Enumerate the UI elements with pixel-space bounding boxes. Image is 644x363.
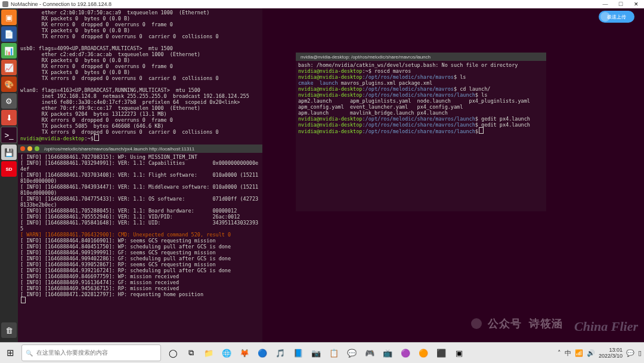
launcher-draw[interactable]: 🎨: [1, 76, 17, 92]
app-9[interactable]: 🎮: [361, 344, 378, 361]
ubuntu-launcher: ▣ 📄 📊 📈 🎨 ⚙ ⬇ >_ 💾 SD 🗑: [0, 8, 18, 343]
window-close-icon[interactable]: [20, 146, 25, 151]
prompt-symbol: :~$: [84, 136, 93, 141]
command-text: cd launch/: [457, 86, 490, 92]
launcher-trash[interactable]: 🗑: [1, 322, 17, 338]
close-button[interactable]: ✕: [628, 0, 644, 8]
app-11[interactable]: 🟣: [397, 344, 414, 361]
prompt-user: nvidia@nvidia-desktop: [298, 116, 362, 122]
system-tray: ˄ 中 📶 🔊 13:01 2022/3/10 💬 ▯: [558, 347, 642, 359]
launcher-disk[interactable]: 💾: [1, 144, 17, 160]
search-placeholder: 在这里输入你要搜索的内容: [36, 349, 108, 357]
launcher-writer[interactable]: 📄: [1, 26, 17, 42]
remote-desktop: 极速上传 ▣ 📄 📊 📈 🎨 ⚙ ⬇ >_ 💾 SD 🗑 ether c2:b0…: [0, 8, 644, 343]
windows-icon: ⊞: [7, 347, 14, 358]
launcher-software[interactable]: ⬇: [1, 110, 17, 125]
prompt-path: :~$: [362, 68, 371, 74]
tray-expand-button[interactable]: ˄: [558, 349, 561, 357]
minimize-button[interactable]: —: [597, 0, 613, 8]
app-1[interactable]: 🌐: [218, 344, 235, 361]
terminal-mavros-titlebar[interactable]: nvidia@nvidia-desktop: /opt/ros/melodic/…: [296, 53, 546, 61]
cursor-icon: [95, 135, 98, 140]
clock[interactable]: 13:01 2022/3/10: [599, 347, 623, 359]
app-4[interactable]: 🎵: [272, 344, 289, 361]
command-text: roscd mavros: [371, 68, 411, 74]
draw-icon: 🎨: [4, 80, 14, 89]
command-text: gedit px4.launch: [478, 116, 530, 122]
prompt-cwd: :/opt/ros/melodic/share/mavros/launch: [362, 122, 475, 128]
app-13[interactable]: ⬛: [433, 344, 450, 361]
start-button[interactable]: ⊞: [0, 343, 20, 363]
prompt-cwd: :/opt/ros/melodic/share/mavros: [362, 74, 454, 80]
launcher-sdcard[interactable]: SD: [1, 161, 17, 177]
network-icon[interactable]: 📶: [575, 349, 583, 357]
prompt-cwd: :/opt/ros/melodic/share/mavros/launch: [362, 128, 475, 134]
command-text: gedit px4.launch: [478, 122, 530, 128]
impress-icon: 📈: [4, 63, 14, 72]
app-12[interactable]: 🟠: [415, 344, 432, 361]
disk-icon: 💾: [4, 148, 14, 157]
cursor-icon: [479, 128, 483, 133]
prompt-symbol: $: [475, 128, 478, 134]
action-center-button[interactable]: 💬: [626, 349, 634, 357]
search-icon: 🔍: [26, 350, 33, 356]
watermark-wx-name: 诗筱涵: [529, 318, 563, 330]
terminal-ifconfig[interactable]: ether c2:b0:10:07:50:ac:a9 txqueuelen 10…: [18, 8, 262, 144]
prompt-user: nvidia@nvidia-desktop: [298, 92, 362, 98]
ls-dir: cmake: [298, 80, 314, 86]
search-box[interactable]: 🔍 在这里输入你要搜索的内容: [21, 344, 161, 361]
trash-icon: 🗑: [5, 326, 13, 335]
files-icon: ▣: [5, 13, 13, 22]
terminal-ifconfig-output: ether c2:b0:10:07:50:ac:a9 txqueuelen 10…: [20, 10, 260, 135]
app-5[interactable]: 📘: [290, 344, 306, 361]
launcher-settings[interactable]: ⚙: [1, 93, 17, 109]
app-7[interactable]: 📋: [326, 344, 342, 361]
show-desktop-button[interactable]: ▯: [638, 349, 642, 357]
prompt-user: nvidia@nvidia-desktop: [298, 128, 362, 134]
app-2[interactable]: 🦊: [236, 344, 253, 361]
command-text: ls: [478, 92, 487, 98]
upload-label: 极速上传: [607, 14, 626, 20]
launcher-terminal[interactable]: >_: [1, 127, 17, 143]
terminal-mavros[interactable]: bash: /home/nvidia/catkin_ws/devel/setup…: [296, 61, 546, 211]
terminal-ros-output-2: [ INFO] [1646888464.840166901]: WP: seem…: [20, 238, 260, 297]
launcher-files[interactable]: ▣: [1, 10, 17, 25]
windows-taskbar: ⊞ 🔍 在这里输入你要搜索的内容 ◯ ⧉ 📁 🌐 🦊 🔵 🎵 📘 📷 📋 💬 🎮…: [0, 342, 644, 363]
taskview-button[interactable]: ⧉: [182, 344, 199, 361]
watermark-wx-text: 公众号: [488, 318, 522, 330]
prompt-user: nvidia@nvidia-desktop: [298, 122, 362, 128]
explorer-button[interactable]: 📁: [200, 344, 217, 361]
terminal-icon: >_: [5, 131, 14, 140]
window-minimize-icon[interactable]: [27, 146, 32, 151]
app-6[interactable]: 📷: [308, 344, 324, 361]
software-icon: ⬇: [6, 113, 13, 122]
upload-badge[interactable]: 极速上传: [599, 11, 634, 23]
prompt-user: nvidia@nvidia-desktop: [20, 136, 84, 141]
watermark-wechat: 公众号 诗筱涵: [471, 316, 563, 331]
ime-button[interactable]: 中: [565, 349, 571, 358]
cortana-button[interactable]: ◯: [165, 344, 181, 361]
terminal-ros-output-1: [ INFO] [1646888461.702708315]: WP: Usin…: [20, 154, 260, 232]
app-3[interactable]: 🔵: [254, 344, 271, 361]
app-10[interactable]: 📺: [379, 344, 396, 361]
clock-time: 13:01: [599, 347, 623, 353]
terminal-ros[interactable]: [ INFO] [1646888461.702708315]: WP: Usin…: [18, 153, 262, 343]
app-8[interactable]: 💬: [343, 344, 360, 361]
settings-icon: ⚙: [5, 97, 13, 106]
prompt-user: nvidia@nvidia-desktop: [298, 74, 362, 80]
maximize-button[interactable]: ☐: [613, 0, 628, 8]
app-14[interactable]: ▣: [451, 344, 467, 361]
launcher-calc[interactable]: 📊: [1, 43, 17, 59]
command-text: ls: [457, 74, 466, 80]
launcher-impress[interactable]: 📈: [1, 60, 17, 75]
cursor-icon: [21, 297, 25, 303]
terminal-ros-titlebar[interactable]: /opt/ros/melodic/share/mavros/launch/px4…: [18, 144, 262, 153]
prompt-user: nvidia@nvidia-desktop: [298, 86, 362, 92]
taskbar-pinned: ◯ ⧉ 📁 🌐 🦊 🔵 🎵 📘 📷 📋 💬 🎮 📺 🟣 🟠 ⬛ ▣: [165, 344, 467, 361]
window-maximize-icon[interactable]: [35, 146, 39, 151]
ls-output: apm2.launch apm_pluginlists.yaml node.la…: [298, 98, 544, 116]
wechat-icon: [471, 318, 482, 329]
clock-date: 2022/3/10: [599, 353, 623, 359]
volume-icon[interactable]: 🔊: [587, 349, 595, 357]
terminal-ros-warn: [ WARN] [1646888461.706432900]: CMD: Une…: [20, 232, 260, 238]
